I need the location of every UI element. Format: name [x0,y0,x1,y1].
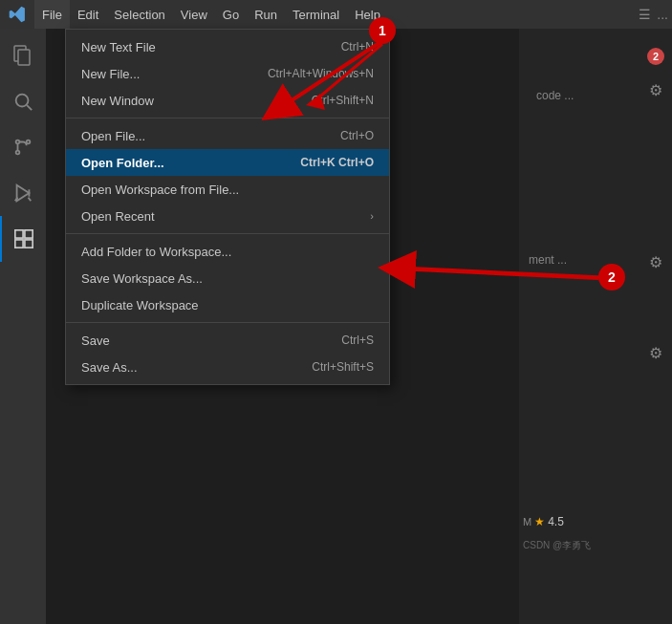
sidebar-search[interactable] [0,78,46,124]
menu-open-workspace[interactable]: Open Workspace from File... [66,176,389,203]
svg-marker-7 [17,185,30,202]
menu-add-folder[interactable]: Add Folder to Workspace... [66,238,389,265]
menu-file[interactable]: File [34,0,70,29]
gear-icon-1[interactable]: ⚙ [649,81,662,99]
code-label: code ... [529,81,581,110]
menu-terminal[interactable]: Terminal [285,0,347,29]
menu-new-file[interactable]: New File... Ctrl+Alt+Windows+N [66,60,389,87]
svg-point-6 [16,151,20,155]
csdn-label: CSDN @李勇飞 [523,539,591,552]
svg-point-5 [27,140,31,144]
menu-view[interactable]: View [173,0,215,29]
svg-point-2 [16,95,29,107]
separator-1 [66,118,389,118]
toolbar-list-icon[interactable]: ☰ [639,7,651,22]
svg-rect-10 [25,230,33,238]
menu-save-as[interactable]: Save As... Ctrl+Shift+S [66,354,389,380]
file-menu-dropdown: New Text File Ctrl+N New File... Ctrl+Al… [65,29,390,385]
sidebar-extensions[interactable] [0,216,46,262]
svg-rect-9 [15,230,23,238]
activity-bar [0,29,46,624]
management-label: ment ... [529,253,567,267]
vscode-icon [4,0,31,29]
menu-save-workspace[interactable]: Save Workspace As... [66,265,389,291]
sidebar-run-debug[interactable] [0,170,46,216]
svg-rect-11 [15,240,23,247]
svg-line-3 [27,105,32,110]
toolbar-ellipsis[interactable]: ... [657,7,668,22]
gear-icon-2[interactable]: ⚙ [649,253,662,271]
badge: 2 [647,48,664,65]
gear-icon-3[interactable]: ⚙ [649,344,662,362]
rating-label: M [523,516,531,527]
menu-open-recent[interactable]: Open Recent › [66,203,389,229]
menu-help[interactable]: Help [347,0,388,29]
rating-area: M ★ 4.5 [523,515,564,528]
menu-go[interactable]: Go [215,0,247,29]
sidebar-files[interactable] [0,32,46,78]
svg-point-4 [16,140,20,144]
separator-2 [66,233,389,234]
menu-open-folder[interactable]: Open Folder... Ctrl+K Ctrl+O [66,149,389,176]
svg-rect-12 [25,240,33,247]
menu-new-text-file[interactable]: New Text File Ctrl+N [66,33,389,60]
menu-edit[interactable]: Edit [70,0,106,29]
sidebar-source-control[interactable] [0,124,46,170]
menu-save[interactable]: Save Ctrl+S [66,327,389,354]
menu-run[interactable]: Run [247,0,285,29]
star-icon: ★ [534,515,545,528]
rating-value: 4.5 [548,515,564,528]
menu-bar: File Edit Selection View Go Run Terminal… [0,0,672,29]
menu-selection[interactable]: Selection [106,0,172,29]
menu-open-file[interactable]: Open File... Ctrl+O [66,122,389,149]
separator-3 [66,322,389,323]
svg-rect-1 [18,50,30,65]
menu-new-window[interactable]: New Window Ctrl+Shift+N [66,87,389,114]
menu-duplicate-workspace[interactable]: Duplicate Workspace [66,291,389,318]
